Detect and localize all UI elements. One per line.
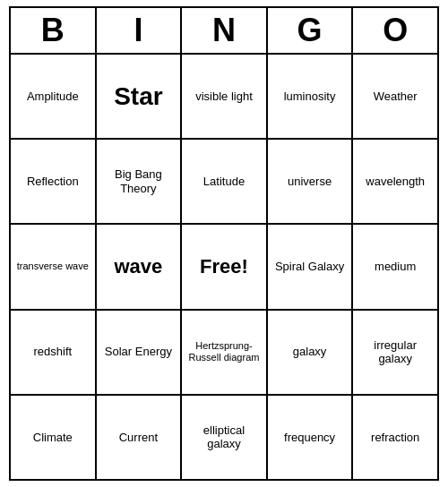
cell-r2c1[interactable]: Reflection (11, 140, 97, 223)
cell-r3c5[interactable]: medium (353, 225, 437, 308)
bingo-header: B I N G O (11, 8, 437, 55)
cell-r5c1[interactable]: Climate (11, 396, 97, 479)
cell-r1c3[interactable]: visible light (182, 55, 268, 138)
cell-r1c2[interactable]: Star (97, 55, 183, 138)
cell-r3c3-free[interactable]: Free! (182, 225, 268, 308)
cell-r4c1[interactable]: redshift (11, 311, 97, 394)
cell-r2c4[interactable]: universe (268, 140, 354, 223)
bingo-row: redshift Solar Energy Hertzsprung-Russel… (11, 311, 437, 396)
cell-r1c4[interactable]: luminosity (268, 55, 354, 138)
header-b: B (11, 8, 97, 53)
cell-r4c5[interactable]: irregular galaxy (353, 311, 437, 394)
header-g: G (268, 8, 354, 53)
cell-r3c4[interactable]: Spiral Galaxy (268, 225, 354, 308)
header-o: O (353, 8, 437, 53)
cell-r3c1[interactable]: transverse wave (11, 225, 97, 308)
cell-r1c1[interactable]: Amplitude (11, 55, 97, 138)
cell-r2c3[interactable]: Latitude (182, 140, 268, 223)
cell-r3c2[interactable]: wave (97, 225, 183, 308)
bingo-card: B I N G O Amplitude Star visible light l… (9, 6, 439, 481)
bingo-row: Reflection Big Bang Theory Latitude univ… (11, 140, 437, 225)
bingo-grid: Amplitude Star visible light luminosity … (11, 55, 437, 479)
header-n: N (182, 8, 268, 53)
cell-r5c2[interactable]: Current (97, 396, 183, 479)
header-i: I (97, 8, 183, 53)
cell-r5c5[interactable]: refraction (353, 396, 437, 479)
cell-r4c2[interactable]: Solar Energy (97, 311, 183, 394)
cell-r5c3[interactable]: elliptical galaxy (182, 396, 268, 479)
bingo-row: transverse wave wave Free! Spiral Galaxy… (11, 225, 437, 310)
bingo-row: Climate Current elliptical galaxy freque… (11, 396, 437, 479)
cell-r4c4[interactable]: galaxy (268, 311, 354, 394)
bingo-row: Amplitude Star visible light luminosity … (11, 55, 437, 140)
cell-r1c5[interactable]: Weather (353, 55, 437, 138)
cell-r5c4[interactable]: frequency (268, 396, 354, 479)
cell-r4c3[interactable]: Hertzsprung-Russell diagram (182, 311, 268, 394)
cell-r2c5[interactable]: wavelength (353, 140, 437, 223)
cell-r2c2[interactable]: Big Bang Theory (97, 140, 183, 223)
